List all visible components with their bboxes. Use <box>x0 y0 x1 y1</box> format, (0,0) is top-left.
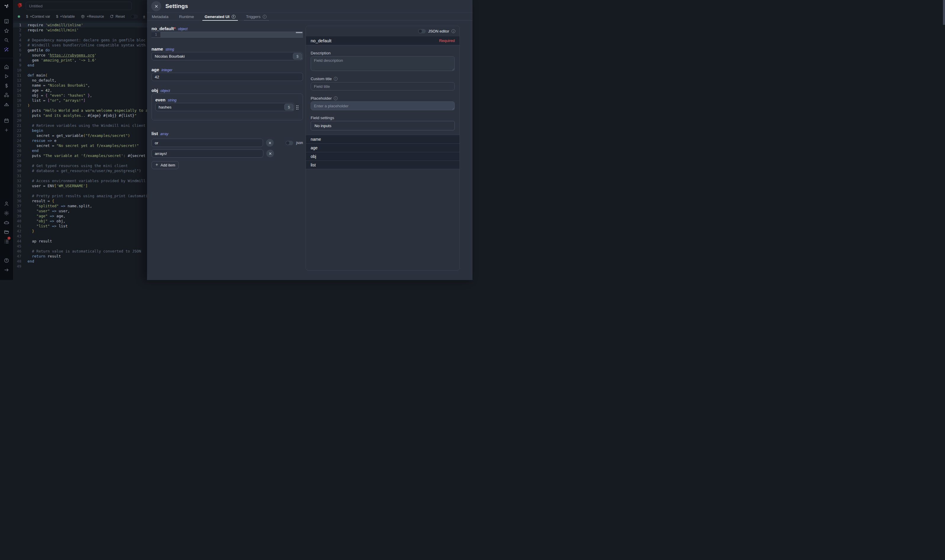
custom-title-input[interactable]: Field title <box>311 82 455 91</box>
create-plus-icon[interactable] <box>4 128 9 132</box>
field-row-age[interactable]: age <box>306 143 459 152</box>
code-line[interactable]: 4# Dependency management: declare gems i… <box>13 38 147 43</box>
insert-variable-button[interactable]: $ <box>293 53 302 59</box>
code-line[interactable]: 30 # database = get_resource("u/user/my_… <box>13 168 147 173</box>
variables-dollar-icon[interactable] <box>4 83 9 88</box>
code-line[interactable]: 41 "list" => list <box>13 223 147 229</box>
code-line[interactable]: 13 name = "Nicolas Bourbaki", <box>13 83 147 88</box>
settings-gear-icon[interactable] <box>4 211 9 216</box>
code-line[interactable]: 24 rescue => e <box>13 138 147 143</box>
code-line[interactable]: 35 # Pretty print results using amazing_… <box>13 193 147 198</box>
code-line[interactable]: 44 ap result <box>13 238 147 244</box>
code-line[interactable]: 5# Windmill uses bundler/inline compatib… <box>13 43 147 48</box>
code-line[interactable]: 37 "splitted" => name.split, <box>13 203 147 208</box>
code-line[interactable]: 26 end <box>13 148 147 153</box>
code-line[interactable]: 43 <box>13 234 147 238</box>
tab-generated-ui[interactable]: Generated UI <box>205 13 236 20</box>
code-line[interactable]: 9end <box>13 63 147 68</box>
code-line[interactable]: 28 <box>13 158 147 163</box>
folders-icon[interactable] <box>4 229 9 235</box>
field-row-obj[interactable]: obj <box>306 152 459 160</box>
favorites-star-icon[interactable] <box>4 28 9 34</box>
add-variable-button[interactable]: $ +Variable <box>56 14 75 18</box>
code-line[interactable]: 29 # Get typed resources using the mini … <box>13 163 147 168</box>
code-line[interactable]: 14 age = 42, <box>13 88 147 93</box>
list-item-input[interactable]: or <box>151 138 263 147</box>
name-input[interactable]: Nicolas Bourbaki $ <box>151 52 303 60</box>
add-context-var-button[interactable]: $ +Context var <box>26 14 50 18</box>
selected-field-header[interactable]: no_default Required <box>306 36 459 45</box>
close-icon[interactable] <box>151 1 161 11</box>
code-line[interactable]: 15 obj = { "even": "hashes" }, <box>13 93 147 98</box>
script-title-input[interactable]: Untitled <box>26 2 132 10</box>
placeholder-textarea[interactable]: Enter a placeholder <box>311 102 455 110</box>
code-line[interactable]: 7 source 'https://rubygems.org' <box>13 52 147 58</box>
code-line[interactable]: 40 "obj" => obj, <box>13 218 147 223</box>
field-row-list[interactable]: list <box>306 160 459 169</box>
code-line[interactable]: 12 no_default, <box>13 78 147 83</box>
code-area[interactable]: 1require 'windmill/inline'2require 'wind… <box>13 23 147 280</box>
resources-cubes-icon[interactable] <box>3 92 9 98</box>
code-line[interactable]: 39 "age" => age, <box>13 214 147 218</box>
workspace-building-icon[interactable] <box>4 18 9 24</box>
windmill-logo-icon[interactable] <box>3 3 10 9</box>
ai-wand-icon[interactable] <box>3 47 9 52</box>
code-line[interactable]: 49 <box>13 264 147 269</box>
code-line[interactable]: 21 # Retrieve variables using the Windmi… <box>13 123 147 128</box>
code-line[interactable]: 46 # Return value is automatically conve… <box>13 249 147 254</box>
remove-item-icon[interactable] <box>266 149 274 157</box>
drag-handle-icon[interactable] <box>296 105 299 109</box>
code-line[interactable]: 3 <box>13 32 147 38</box>
remove-item-icon[interactable] <box>266 139 274 147</box>
json-editor-toggle[interactable] <box>418 29 426 34</box>
code-line[interactable]: 34 <box>13 188 147 193</box>
editor-scrollbar[interactable] <box>296 32 302 33</box>
code-line[interactable]: 38 "user" => user, <box>13 208 147 214</box>
editor-toggle[interactable] <box>131 14 138 18</box>
code-line[interactable]: 36 result = { <box>13 198 147 203</box>
code-line[interactable]: 23 secret = get_variable("f/examples/sec… <box>13 133 147 138</box>
code-line[interactable]: 20 <box>13 118 147 123</box>
schemas-pyramid-icon[interactable] <box>3 102 9 108</box>
code-line[interactable]: 45 <box>13 244 147 249</box>
age-input[interactable]: 42 <box>151 73 303 81</box>
tab-runtime[interactable]: Runtime <box>179 13 194 20</box>
collapse-arrow-icon[interactable] <box>4 267 9 272</box>
search-icon[interactable] <box>4 38 9 43</box>
code-line[interactable]: 42 } <box>13 229 147 234</box>
code-line[interactable]: 1require 'windmill/inline' <box>13 23 147 28</box>
code-line[interactable]: 11def main( <box>13 73 147 78</box>
code-line[interactable]: 31 <box>13 173 147 178</box>
code-line[interactable]: 8 gem 'amazing_print', '~> 1.6' <box>13 58 147 63</box>
help-icon[interactable] <box>4 258 9 263</box>
list-item-input[interactable]: arrays! <box>151 149 263 158</box>
object-json-editor[interactable]: 1 <box>151 32 303 38</box>
code-line[interactable]: 18 puts "Hello World and a warm welcome … <box>13 108 147 113</box>
home-icon[interactable] <box>4 64 9 70</box>
even-input[interactable]: hashes $ <box>155 103 294 111</box>
code-line[interactable]: 32 # Access environment variables provid… <box>13 178 147 183</box>
code-line[interactable]: 16 list = ["or", "arrays!"] <box>13 98 147 103</box>
code-line[interactable]: 27 puts "The variable at 'f/examples/sec… <box>13 153 147 158</box>
schedules-calendar-icon[interactable] <box>4 118 9 124</box>
code-line[interactable]: 2require 'windmill/mini' <box>13 28 147 32</box>
add-item-button[interactable]: Add item <box>151 161 179 169</box>
tab-metadata[interactable]: Metadata <box>152 13 168 20</box>
audit-logs-list-icon[interactable] <box>4 239 9 245</box>
diff-plus-minus-icon[interactable]: ± <box>143 14 145 19</box>
code-line[interactable]: 6gemfile do <box>13 48 147 52</box>
code-line[interactable]: 19 puts "and its acolytes.. #{age} #{obj… <box>13 113 147 118</box>
insert-variable-button[interactable]: $ <box>284 104 293 110</box>
code-line[interactable]: 33 user = ENV['WM_USERNAME'] <box>13 183 147 188</box>
code-line[interactable]: 48end <box>13 259 147 264</box>
user-icon[interactable] <box>4 201 9 207</box>
runs-play-icon[interactable] <box>4 74 9 79</box>
tab-triggers[interactable]: Triggers <box>246 13 267 20</box>
description-textarea[interactable]: Field description <box>311 56 455 71</box>
field-row-name[interactable]: name <box>306 135 459 143</box>
code-line[interactable]: 17) <box>13 103 147 108</box>
workers-robot-icon[interactable] <box>3 220 9 226</box>
code-line[interactable]: 25 secret = "No secret yet at f/examples… <box>13 143 147 148</box>
add-resource-button[interactable]: +Resource <box>81 14 104 18</box>
code-line[interactable]: 47 return result <box>13 254 147 259</box>
